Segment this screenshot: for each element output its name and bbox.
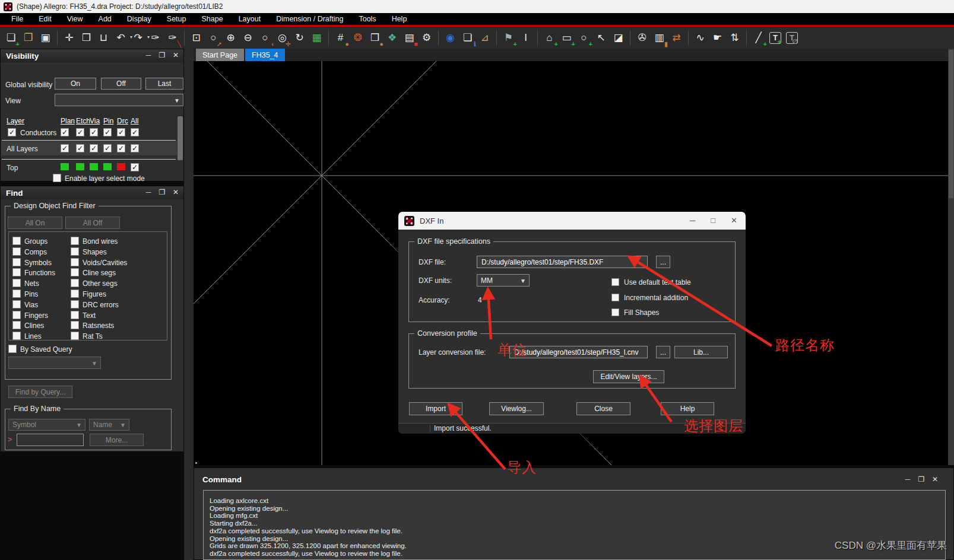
by-saved-query-checkbox[interactable] — [8, 345, 17, 353]
zoom-fit-icon[interactable]: ⊡ — [188, 30, 204, 46]
layer-visibility-checkbox[interactable] — [131, 128, 139, 136]
all-off-button[interactable]: All Off — [65, 217, 120, 229]
visibility-col-header-drc[interactable]: Drc — [117, 117, 128, 125]
layer-visibility-checkbox[interactable] — [103, 128, 112, 136]
layer-color-chip[interactable] — [117, 163, 125, 170]
global-off-button[interactable]: Off — [101, 78, 141, 90]
visibility-col-header-all[interactable]: All — [131, 117, 138, 125]
zoom-by-points-icon[interactable]: ○➚ — [205, 30, 221, 46]
close-icon[interactable]: ✕ — [172, 188, 180, 196]
zoom-center-icon[interactable]: ◎✛ — [274, 30, 290, 46]
menu-item-shape[interactable]: Shape — [194, 15, 231, 23]
import-button[interactable]: Import — [409, 402, 462, 415]
flip-design-icon[interactable]: ⇅ — [727, 30, 743, 46]
find-checkbox-ratsnests[interactable] — [71, 321, 79, 329]
find-checkbox-text[interactable] — [71, 311, 79, 319]
find-by-query-button[interactable]: Find by Query... — [8, 386, 72, 398]
snapshot-icon[interactable]: ✇ — [634, 30, 650, 46]
shape-void-icon[interactable]: ◪ — [610, 30, 626, 46]
minimize-icon[interactable]: ─ — [144, 51, 153, 59]
viewlog-button[interactable]: Viewlog... — [489, 402, 544, 415]
view-dropdown[interactable]: ▼ — [55, 94, 183, 106]
add-rectangle-icon[interactable]: ▭+ — [559, 30, 575, 46]
find-checkbox-bond-wires[interactable] — [71, 237, 79, 245]
symbol-type-dropdown[interactable]: Symbol▼ — [8, 419, 85, 431]
help-button[interactable]: Help — [661, 402, 714, 415]
new-drawing-icon[interactable]: ❏+ — [3, 30, 19, 46]
layer-row-checkbox[interactable] — [8, 128, 16, 136]
layer-color-chip[interactable] — [103, 163, 112, 170]
visibility-col-header-plan[interactable]: Plan — [61, 117, 75, 125]
edit-view-layers-button[interactable]: Edit/View layers... — [593, 370, 664, 383]
find-checkbox-shapes[interactable] — [71, 247, 79, 256]
enable-layer-select-checkbox[interactable] — [53, 174, 61, 182]
tab-fh35-4[interactable]: FH35_4 — [245, 49, 284, 61]
menu-item-file[interactable]: File — [4, 15, 31, 23]
menu-item-view[interactable]: View — [59, 15, 91, 23]
global-on-button[interactable]: On — [55, 78, 96, 90]
use-default-text-table-checkbox[interactable] — [611, 278, 619, 286]
scrollbar-thumb[interactable] — [949, 50, 953, 198]
find-checkbox-drc-errors[interactable] — [71, 300, 79, 308]
dxf-dialog-titlebar[interactable]: DXF In ─ □ ✕ — [398, 212, 746, 230]
find-checkbox-cline-segs[interactable] — [71, 268, 79, 276]
save-drawing-icon[interactable]: ▣ — [37, 30, 53, 46]
lib-button[interactable]: Lib... — [674, 346, 728, 358]
menu-item-tools[interactable]: Tools — [351, 15, 383, 23]
find-checkbox-other-segs[interactable] — [71, 279, 79, 287]
name-mode-dropdown[interactable]: Name▼ — [89, 419, 129, 431]
grid-toggle-icon[interactable]: #● — [332, 30, 348, 46]
incremental-addition-checkbox[interactable] — [611, 294, 619, 301]
find-checkbox-figures[interactable] — [71, 289, 79, 298]
layer-visibility-checkbox[interactable] — [117, 144, 125, 152]
layer-visibility-checkbox[interactable] — [61, 144, 69, 152]
layer-color-chip[interactable] — [76, 163, 84, 170]
redo-icon[interactable]: ↷▾ — [130, 30, 146, 46]
measure-icon[interactable]: ⊿ — [477, 30, 493, 46]
design-params-icon[interactable]: ⚙ — [419, 30, 435, 46]
select-shape-icon[interactable]: ↖ — [593, 30, 609, 46]
close-button[interactable]: Close — [576, 402, 630, 415]
open-drawing-icon[interactable]: ❐ — [20, 30, 36, 46]
open-board-icon[interactable]: ▦ — [309, 30, 325, 46]
cross-section-icon[interactable]: ⇄ — [668, 30, 684, 46]
find-checkbox-lines[interactable] — [12, 332, 21, 340]
zoom-previous-icon[interactable]: ○‹ — [257, 30, 273, 46]
color192-icon[interactable]: ❒● — [367, 30, 383, 46]
all-on-button[interactable]: All On — [8, 217, 62, 229]
layer-visibility-checkbox[interactable] — [103, 144, 112, 152]
menu-item-dimension-drafting[interactable]: Dimension / Drafting — [268, 15, 351, 23]
more-button[interactable]: More... — [90, 434, 144, 446]
layer-column-header[interactable]: Layer — [7, 117, 24, 125]
float-panel-icon[interactable]: ❐ — [158, 51, 166, 59]
close-icon[interactable]: ✕ — [172, 51, 180, 59]
route-icon[interactable]: ∿ — [692, 30, 708, 46]
find-checkbox-voids-cavities[interactable] — [71, 258, 79, 266]
layer-visibility-checkbox[interactable] — [76, 128, 84, 136]
menu-item-display[interactable]: Display — [119, 15, 159, 23]
edit-text-icon[interactable]: T∅ — [786, 32, 798, 44]
shadow-mode-icon[interactable]: ❖ — [384, 30, 400, 46]
minimize-icon[interactable]: ─ — [690, 216, 695, 225]
copy-icon[interactable]: ❒ — [78, 30, 94, 46]
layer-visibility-checkbox[interactable] — [117, 128, 125, 136]
unpin-icon[interactable]: ✑╲ — [164, 30, 180, 46]
viewlog-icon[interactable]: ❏ℹ — [459, 30, 476, 46]
find-checkbox-functions[interactable] — [12, 268, 21, 276]
fill-shapes-checkbox[interactable] — [611, 308, 619, 316]
close-icon[interactable]: ✕ — [731, 216, 737, 225]
pin-icon[interactable]: ✑ — [147, 30, 163, 46]
add-text-icon[interactable]: T+ — [769, 32, 781, 44]
zoom-in-icon[interactable]: ⊕ — [223, 30, 239, 46]
visibility-col-header-etch[interactable]: Etch — [76, 117, 90, 125]
find-name-input[interactable] — [17, 434, 84, 446]
layer-color-chip[interactable] — [61, 163, 69, 170]
find-checkbox-comps[interactable] — [12, 247, 21, 256]
reports-icon[interactable]: ▥▮ — [651, 30, 667, 46]
layer-color-chip[interactable] — [90, 163, 98, 170]
redraw-icon[interactable]: ↻ — [291, 30, 308, 46]
command-log[interactable]: Loading axlcore.cxtOpening existing desi… — [203, 490, 946, 560]
maximize-icon[interactable]: □ — [711, 216, 715, 225]
dxf-units-dropdown[interactable]: MM▼ — [477, 274, 530, 287]
delete-icon[interactable]: ⊔ — [96, 30, 112, 46]
